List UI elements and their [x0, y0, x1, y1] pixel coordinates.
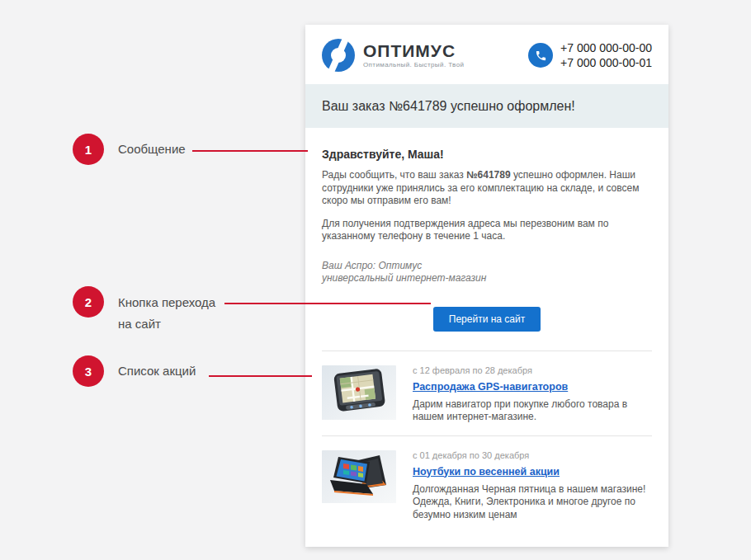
signature: Ваш Аспро: Оптимус универсальный интерне…: [322, 260, 652, 285]
promo-title-link[interactable]: Распродажа GPS-навигаторов: [413, 381, 568, 393]
phone-numbers: +7 000 000-00-00 +7 000 000-00-01: [560, 40, 652, 70]
visit-site-button[interactable]: Перейти на сайт: [433, 307, 541, 332]
phone-number: +7 000 000-00-01: [560, 55, 652, 70]
phone-icon: [528, 43, 553, 68]
subject-bar: Ваш заказ №641789 успешно оформлен!: [305, 84, 668, 128]
annotation-connector-line: [192, 150, 308, 152]
promo-title-link[interactable]: Ноутбуки по весенней акции: [413, 466, 560, 478]
order-number: №641789: [466, 169, 510, 181]
promo-image-laptops[interactable]: [322, 450, 396, 522]
subject-text: Ваш заказ №641789 успешно оформлен!: [322, 99, 575, 114]
promo-item-laptops: с 01 декабря по 30 декабря Ноутбуки по в…: [322, 436, 652, 534]
order-paragraph: Рады сообщить, что ваш заказ №641789 усп…: [322, 169, 652, 208]
email-body: Здравствуйте, Маша! Рады сообщить, что в…: [305, 148, 668, 547]
brand-text: ОПТИМУС Оптимальный. Быстрый. Твой: [363, 42, 464, 68]
annotation-item-promo-list: 3 Список акций: [73, 355, 262, 388]
phone-block: +7 000 000-00-00 +7 000 000-00-01: [528, 40, 652, 70]
annotation-label: Список акций: [118, 360, 242, 382]
annotation-number-badge: 3: [73, 355, 104, 387]
optimus-logo-icon: [322, 39, 355, 72]
button-row: Перейти на сайт: [322, 307, 652, 332]
annotation-label: Сообщение: [118, 139, 242, 160]
promo-dates: с 01 декабря по 30 декабря: [413, 450, 652, 460]
brand-logo: ОПТИМУС Оптимальный. Быстрый. Твой: [322, 39, 464, 72]
annotation-number-badge: 1: [73, 134, 104, 165]
phone-number: +7 000 000-00-00: [560, 40, 652, 55]
promo-body: с 01 декабря по 30 декабря Ноутбуки по в…: [413, 450, 652, 522]
annotation-item-site-button: 2 Кнопка перехода на сайт: [73, 286, 262, 336]
page-root: { "colors":{ "accent":"#d0142f", "brand"…: [0, 0, 751, 560]
promo-description: Долгожданная Черная пятница в нашем мага…: [413, 483, 652, 522]
greeting-heading: Здравствуйте, Маша!: [322, 148, 652, 161]
annotation-connector-line: [224, 303, 431, 304]
brand-name: ОПТИМУС: [363, 42, 464, 60]
annotation-number-badge: 2: [73, 286, 104, 318]
promo-image-gps[interactable]: [322, 365, 396, 424]
annotation-connector-line: [209, 375, 312, 377]
promo-item-gps: с 12 февраля по 28 декабря Распродажа GP…: [322, 351, 652, 435]
email-header: ОПТИМУС Оптимальный. Быстрый. Твой +7 00…: [305, 25, 668, 84]
annotation-label: Кнопка перехода на сайт: [118, 292, 225, 335]
callback-paragraph: Для получения подтверждения адреса мы пе…: [322, 218, 652, 243]
promo-description: Дарим навигатор при покупке любого товар…: [413, 398, 652, 424]
brand-tagline: Оптимальный. Быстрый. Твой: [363, 61, 464, 68]
promo-dates: с 12 февраля по 28 декабря: [413, 365, 652, 375]
promo-body: с 12 февраля по 28 декабря Распродажа GP…: [413, 365, 652, 424]
email-card: ОПТИМУС Оптимальный. Быстрый. Твой +7 00…: [305, 25, 668, 547]
